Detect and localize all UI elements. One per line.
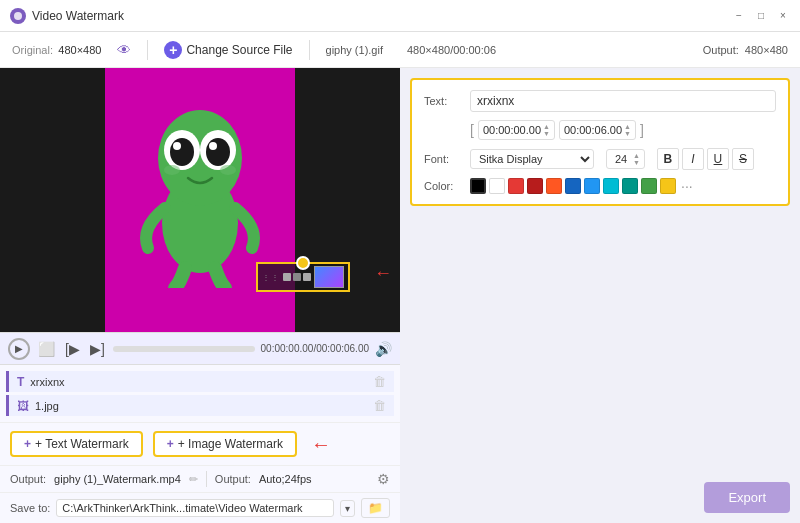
font-size-box[interactable]: 24 ▲ ▼ <box>606 149 645 169</box>
window-controls: − □ × <box>732 9 790 23</box>
color-swatches: ··· <box>470 178 693 194</box>
text-wm-icon: T <box>17 375 24 389</box>
play-button[interactable]: ▶ <box>8 338 30 360</box>
time-end-down[interactable]: ▼ <box>624 130 631 137</box>
main-area: ⋮⋮ ← ▶ ⬜ [▶ ▶] 00:00:00.00/00:00:06.00 🔊 <box>0 68 800 523</box>
add-text-watermark-button[interactable]: + + Text Watermark <box>10 431 143 457</box>
close-button[interactable]: × <box>776 9 790 23</box>
output-format: Auto;24fps <box>259 473 312 485</box>
change-source-label: Change Source File <box>186 43 292 57</box>
more-colors-button[interactable]: ··· <box>681 178 693 194</box>
wm-image-thumb <box>314 266 344 288</box>
left-panel: ⋮⋮ ← ▶ ⬜ [▶ ▶] 00:00:00.00/00:00:06.00 🔊 <box>0 68 400 523</box>
svg-point-10 <box>220 165 236 175</box>
color-swatch-black[interactable] <box>470 178 486 194</box>
output-separator <box>206 471 207 487</box>
volume-icon[interactable]: 🔊 <box>375 341 392 357</box>
red-arrow-buttons: ← <box>311 433 331 456</box>
add-icon: + <box>164 41 182 59</box>
bracket-close: ] <box>640 122 644 138</box>
frame-prev-button[interactable]: [▶ <box>63 341 82 357</box>
timeline-bar[interactable] <box>113 346 255 352</box>
app-title: Video Watermark <box>32 9 732 23</box>
time-start-down[interactable]: ▼ <box>543 130 550 137</box>
text-value-input[interactable] <box>470 90 776 112</box>
image-wm-label: 1.jpg <box>35 400 367 412</box>
delete-text-wm-button[interactable]: 🗑 <box>373 374 386 389</box>
time-start-up[interactable]: ▲ <box>543 123 550 130</box>
list-item[interactable]: T xrxixnx 🗑 <box>6 371 394 392</box>
time-total: 00:00:06.00 <box>316 343 369 354</box>
watermark-overlay[interactable]: ⋮⋮ <box>256 262 350 292</box>
time-end-value: 00:00:06.00 <box>564 124 622 136</box>
color-swatch-blue[interactable] <box>565 178 581 194</box>
time-end-up[interactable]: ▲ <box>624 123 631 130</box>
svg-point-7 <box>173 142 181 150</box>
font-select[interactable]: Sitka Display Arial Times New Roman Verd… <box>470 149 594 169</box>
color-swatch-brightblue[interactable] <box>584 178 600 194</box>
color-swatch-white[interactable] <box>489 178 505 194</box>
color-swatch-cyan[interactable] <box>603 178 619 194</box>
save-path-dropdown[interactable]: ▾ <box>340 500 355 517</box>
svg-point-9 <box>164 165 180 175</box>
stop-button[interactable]: ⬜ <box>36 341 57 357</box>
text-wm-label: xrxixnx <box>30 376 367 388</box>
font-select-wrapper: Sitka Display Arial Times New Roman Verd… <box>470 149 594 169</box>
bold-button[interactable]: B <box>657 148 679 170</box>
style-buttons: B I U S <box>657 148 754 170</box>
original-label-text: Original: <box>12 44 53 56</box>
output-info: Output: 480×480 <box>703 44 788 56</box>
italic-button[interactable]: I <box>682 148 704 170</box>
edit-output-button[interactable]: ✏ <box>189 473 198 486</box>
file-info-display: 480×480/00:00:06 <box>407 44 496 56</box>
bracket-open: [ <box>470 122 474 138</box>
video-controls: ▶ ⬜ [▶ ▶] 00:00:00.00/00:00:06.00 🔊 <box>0 332 400 364</box>
strikethrough-button[interactable]: S <box>732 148 754 170</box>
change-source-button[interactable]: + Change Source File <box>164 41 292 59</box>
color-swatch-yellow[interactable] <box>660 178 676 194</box>
font-size-value: 24 <box>611 153 631 165</box>
time-display: 00:00:00.00/00:00:06.00 <box>261 343 369 354</box>
color-swatch-orangered[interactable] <box>546 178 562 194</box>
video-preview[interactable]: ⋮⋮ ← <box>0 68 400 332</box>
frame-next-button[interactable]: ▶] <box>88 341 107 357</box>
time-start-spinner[interactable]: ▲ ▼ <box>543 123 550 137</box>
time-range-row: [ 00:00:00.00 ▲ ▼ 00:00:06.00 ▲ ▼ <box>424 120 776 140</box>
add-watermark-bar: + + Text Watermark + + Image Watermark ← <box>0 422 400 465</box>
toolbar-separator-2 <box>309 40 310 60</box>
color-prop-row: Color: ··· <box>424 178 776 194</box>
time-current: 00:00:00.00 <box>261 343 314 354</box>
underline-button[interactable]: U <box>707 148 729 170</box>
svg-point-8 <box>209 142 217 150</box>
minimize-button[interactable]: − <box>732 9 746 23</box>
color-swatch-teal[interactable] <box>622 178 638 194</box>
original-label: Original: 480×480 <box>12 43 101 57</box>
color-swatch-darkred[interactable] <box>527 178 543 194</box>
resize-handle[interactable] <box>296 256 310 270</box>
output-label-1: Output: <box>10 473 46 485</box>
text-prop-label: Text: <box>424 95 462 107</box>
wm-dots: ⋮⋮ <box>262 273 280 282</box>
text-prop-row: Text: <box>424 90 776 112</box>
font-size-spinner[interactable]: ▲ ▼ <box>633 152 640 166</box>
color-swatch-green[interactable] <box>641 178 657 194</box>
list-item[interactable]: 🖼 1.jpg 🗑 <box>6 395 394 416</box>
toolbar-separator-1 <box>147 40 148 60</box>
time-end-box[interactable]: 00:00:06.00 ▲ ▼ <box>559 120 636 140</box>
color-swatch-red[interactable] <box>508 178 524 194</box>
save-label: Save to: <box>10 502 50 514</box>
add-image-watermark-button[interactable]: + + Image Watermark <box>153 431 297 457</box>
export-area: Export <box>410 482 790 513</box>
export-button[interactable]: Export <box>704 482 790 513</box>
maximize-button[interactable]: □ <box>754 9 768 23</box>
delete-image-wm-button[interactable]: 🗑 <box>373 398 386 413</box>
color-label: Color: <box>424 180 462 192</box>
time-end-spinner[interactable]: ▲ ▼ <box>624 123 631 137</box>
preview-toggle-icon[interactable]: 👁 <box>117 42 131 58</box>
font-size-up[interactable]: ▲ <box>633 152 640 159</box>
font-size-down[interactable]: ▼ <box>633 159 640 166</box>
time-start-box[interactable]: 00:00:00.00 ▲ ▼ <box>478 120 555 140</box>
svg-point-0 <box>14 12 22 20</box>
settings-button[interactable]: ⚙ <box>377 471 390 487</box>
open-folder-button[interactable]: 📁 <box>361 498 390 518</box>
